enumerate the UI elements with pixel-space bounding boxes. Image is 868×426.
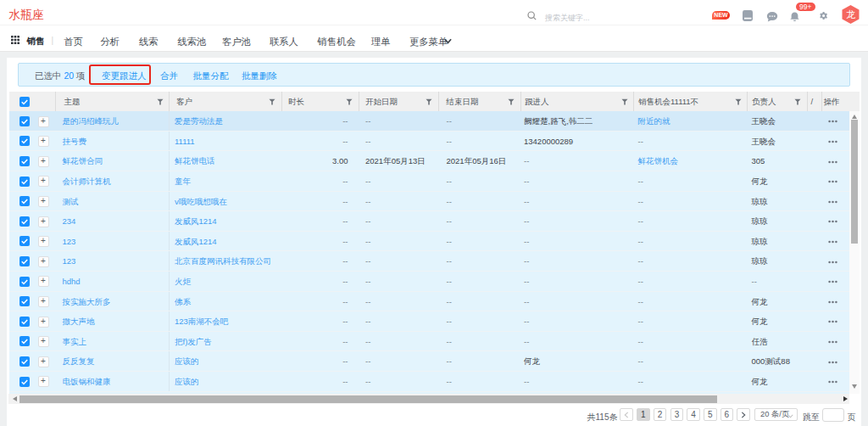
svg-text:龙: 龙 (846, 9, 855, 20)
